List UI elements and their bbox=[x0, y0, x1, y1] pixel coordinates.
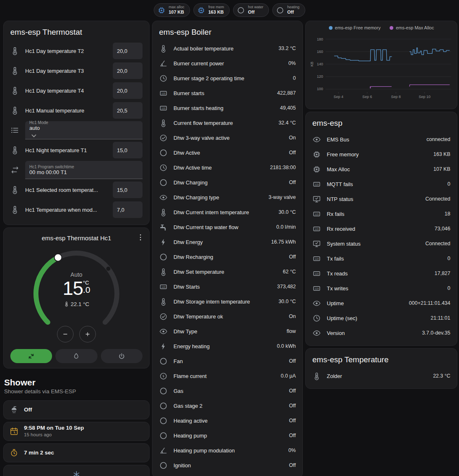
entity-row[interactable]: Flame current0.0 µA bbox=[159, 368, 296, 383]
entity-value: 62 °C bbox=[283, 269, 296, 275]
entity-row[interactable]: Hc1 Day temperature T220,0 bbox=[10, 41, 143, 61]
entity-row[interactable]: IgnitionOff bbox=[159, 458, 296, 473]
entity-row[interactable]: Dhw Temperature okOn bbox=[159, 309, 296, 324]
entity-row[interactable]: Dhw Current tap water flow0.0 l/min bbox=[159, 220, 296, 234]
hvac-mode-button[interactable] bbox=[101, 349, 143, 363]
number-input[interactable]: 20,0 bbox=[113, 62, 143, 79]
entity-row[interactable]: Zolder22.3 °C bbox=[312, 368, 450, 383]
entity-row[interactable]: Dhw ChargingOff bbox=[159, 175, 296, 190]
shower-icon bbox=[10, 405, 19, 414]
entity-row[interactable]: Hc1 Day temperature T320,0 bbox=[10, 61, 143, 81]
entity-row[interactable]: Dhw RechargingOff bbox=[159, 249, 296, 264]
entity-row[interactable]: Hc1 Program switchtime00 mo 00:00 T1 bbox=[10, 160, 143, 180]
entity-row[interactable]: Energy heating0.0 kWh bbox=[159, 339, 296, 354]
shower-info-card[interactable]: 7 min 2 sec bbox=[3, 443, 150, 462]
entity-row[interactable]: Hc1 Day temperature T420,0 bbox=[10, 81, 143, 100]
entity-label: System status bbox=[327, 241, 420, 247]
entity-value: Off bbox=[289, 358, 296, 364]
entity-row[interactable]: 123Tx reads17,827 bbox=[312, 266, 450, 281]
entity-row[interactable]: Heating activeOff bbox=[159, 413, 296, 428]
entity-value: 0.0 l/min bbox=[276, 224, 296, 230]
number-input[interactable]: 20,0 bbox=[113, 43, 143, 59]
legend-item[interactable]: ems-esp Free memory bbox=[329, 25, 381, 30]
number-input[interactable]: 20,0 bbox=[113, 82, 143, 99]
entity-row[interactable]: 123Burner starts heating49,405 bbox=[159, 100, 296, 115]
entity-row[interactable]: 123MQTT fails0 bbox=[312, 177, 450, 191]
decrease-temp-button[interactable] bbox=[57, 326, 74, 342]
entity-row[interactable]: Dhw ActiveOff bbox=[159, 145, 296, 160]
text-input[interactable]: Hc1 Program switchtime00 mo 00:00 T1 bbox=[25, 161, 143, 179]
memory-history-chart: 100120140160180Sep 4Sep 6Sep 8Sep 10KB bbox=[309, 32, 454, 105]
entity-row[interactable]: Current flow temperature32.4 °C bbox=[159, 115, 296, 130]
memory-icon bbox=[312, 165, 321, 174]
entity-row[interactable]: Gas stage 2Off bbox=[159, 398, 296, 413]
svg-text:123: 123 bbox=[162, 285, 165, 288]
hvac-mode-button[interactable] bbox=[55, 349, 97, 363]
entity-label: Dhw Current tap water flow bbox=[174, 224, 271, 230]
entity-row[interactable]: FanOff bbox=[159, 354, 296, 368]
entity-row[interactable]: Dhw Storage intern temperature30.0 °C bbox=[159, 294, 296, 309]
svg-text:123: 123 bbox=[315, 213, 319, 215]
entity-row[interactable]: NTP statusConnected bbox=[312, 191, 450, 206]
svg-text:140: 140 bbox=[317, 62, 323, 66]
field-value: auto bbox=[29, 125, 138, 131]
calendar-clock-icon bbox=[10, 427, 19, 436]
entity-row[interactable]: Dhw Active time2181:38:00 bbox=[159, 160, 296, 175]
entity-row[interactable]: Burner current power0% bbox=[159, 56, 296, 71]
entity-row[interactable]: Dhw Current intern temperature30.0 °C bbox=[159, 205, 296, 220]
entity-row[interactable]: Dhw Charging type3-way valve bbox=[159, 190, 296, 205]
number-input[interactable]: 15,0 bbox=[113, 142, 143, 158]
hvac-mode-button[interactable] bbox=[10, 349, 52, 363]
entity-row[interactable]: Hc1 Modeauto bbox=[10, 120, 143, 140]
mode-select[interactable]: Hc1 Modeauto bbox=[25, 121, 143, 139]
entity-row[interactable]: Heating pump modulation0% bbox=[159, 443, 296, 458]
entity-row[interactable]: Version3.7.0-dev.35 bbox=[312, 325, 450, 340]
status-badge[interactable]: free mem163 KB bbox=[193, 3, 230, 17]
shower-info-card[interactable]: 9:58 PM on Tue 10 Sep15 hours ago bbox=[3, 422, 150, 441]
entity-row[interactable]: 123Rx fails18 bbox=[312, 206, 450, 221]
counter-icon: 123 bbox=[159, 104, 168, 112]
entity-row[interactable]: Burner stage 2 operating time0 bbox=[159, 71, 296, 86]
entity-row[interactable]: 123Tx fails0 bbox=[312, 251, 450, 266]
entity-row[interactable]: Hc1 Night temperature T115,0 bbox=[10, 140, 143, 160]
entity-row[interactable]: 123Tx writes0 bbox=[312, 281, 450, 296]
legend-item[interactable]: ems-esp Max Alloc bbox=[390, 25, 434, 30]
entity-row[interactable]: Max Alloc107 KB bbox=[312, 162, 450, 177]
status-badge[interactable]: hot waterOff bbox=[233, 3, 269, 17]
entity-row[interactable]: Uptime (sec)21:11:01 bbox=[312, 311, 450, 325]
entity-row[interactable]: Dhw Set temperature62 °C bbox=[159, 264, 296, 279]
entity-row[interactable]: Dhw 3-way valve activeOn bbox=[159, 130, 296, 145]
number-input[interactable]: 7,0 bbox=[113, 201, 143, 218]
water-tap-icon bbox=[159, 223, 168, 232]
shower-info-card[interactable]: Off bbox=[3, 400, 150, 419]
thermometer-icon bbox=[10, 106, 19, 115]
entity-row[interactable]: Free memory163 KB bbox=[312, 147, 450, 162]
overflow-menu-icon[interactable] bbox=[136, 233, 145, 242]
entity-label: Rx received bbox=[327, 226, 429, 232]
entity-row[interactable]: Actual boiler temperature33.2 °C bbox=[159, 41, 296, 56]
entity-row[interactable]: 123Dhw Starts373,482 bbox=[159, 279, 296, 294]
thermometer-icon bbox=[159, 268, 168, 276]
number-input[interactable]: 20,5 bbox=[113, 102, 143, 119]
number-input[interactable]: 15,0 bbox=[113, 182, 143, 198]
temp-decimal: .0 bbox=[83, 285, 90, 294]
entity-row[interactable]: Hc1 Manual temperature20,5 bbox=[10, 100, 143, 120]
entity-label: Free memory bbox=[327, 151, 428, 158]
entity-row[interactable]: Hc1 Temperature when mod...7,0 bbox=[10, 200, 143, 220]
status-badge[interactable]: heatingOff bbox=[272, 3, 305, 17]
entity-row[interactable]: Dhw Typeflow bbox=[159, 324, 296, 339]
status-badge[interactable]: max alloc107 KB bbox=[154, 3, 190, 17]
entity-row[interactable]: 123Rx received73,046 bbox=[312, 221, 450, 236]
timer-icon bbox=[10, 448, 19, 457]
entity-row[interactable]: EMS Busconnected bbox=[312, 132, 450, 147]
entity-row[interactable]: Uptime000+21:11:01.434 bbox=[312, 296, 450, 311]
entity-row[interactable]: GasOff bbox=[159, 383, 296, 398]
clock-icon bbox=[312, 314, 321, 323]
increase-temp-button[interactable] bbox=[79, 326, 96, 342]
entity-row[interactable]: Dhw Energy16.75 kWh bbox=[159, 234, 296, 249]
entity-row[interactable]: 123Burner starts422,887 bbox=[159, 86, 296, 100]
entity-row[interactable]: Heating pumpOff bbox=[159, 428, 296, 443]
entity-row[interactable]: System statusConnected bbox=[312, 236, 450, 251]
entity-row[interactable]: Hc1 Selected room temperat...15,0 bbox=[10, 180, 143, 200]
cold-shot-card[interactable] bbox=[3, 465, 150, 476]
